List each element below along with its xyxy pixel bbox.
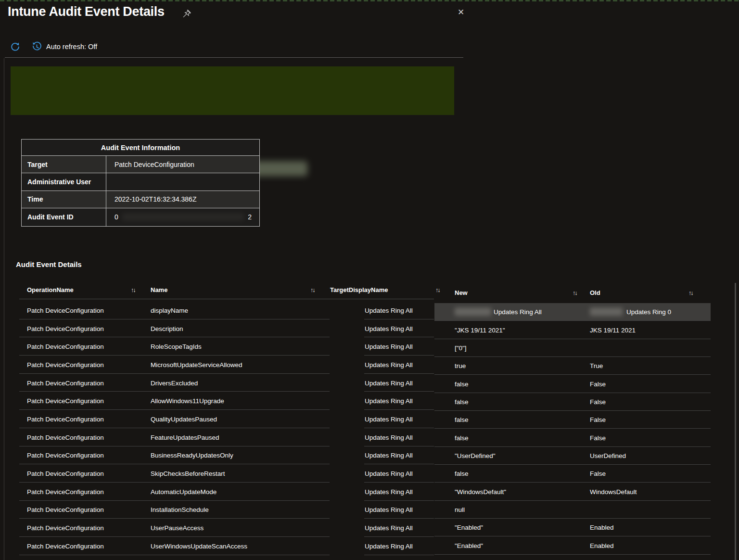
table-row-new-old[interactable]: null	[434, 501, 711, 519]
cell-old: Enabled	[590, 542, 614, 549]
cell-old: False	[590, 380, 606, 387]
cell-new: "UserDefined"	[455, 452, 496, 459]
cell-operationname: Patch DeviceConfiguration	[27, 433, 104, 441]
cell-old: JKS 19/11 2021	[590, 326, 636, 333]
cell-new-text: "Enabled"	[455, 542, 483, 549]
table-row[interactable]: Patch DeviceConfigurationUserPauseAccess…	[19, 519, 434, 537]
info-row-label: Time	[22, 191, 106, 208]
cell-operationname: Patch DeviceConfiguration	[27, 379, 104, 386]
cell-operationname: Patch DeviceConfiguration	[27, 506, 104, 513]
cell-targetdisplayname: Updates Ring All	[365, 470, 413, 477]
cell-old-text: JKS 19/11 2021	[590, 326, 636, 333]
cell-targetdisplayname: Updates Ring All	[365, 542, 413, 549]
cell-new: false	[455, 416, 469, 423]
pane-left-border	[4, 58, 4, 560]
cell-targetdisplayname: Updates Ring All	[365, 306, 413, 314]
cell-new-text: false	[455, 380, 469, 387]
cell-old-text: False	[590, 416, 606, 423]
cell-name: UserWindowsUpdateScanAccess	[151, 542, 247, 549]
cell-old-text: True	[590, 362, 603, 369]
table-row-new-old[interactable]: "WindowsDefault"WindowsDefault	[434, 483, 711, 500]
table-row-new-old[interactable]: falseFalse	[434, 375, 711, 393]
cell-operationname: Patch DeviceConfiguration	[27, 470, 104, 477]
table-row-new-old[interactable]: "Enabled"Enabled	[434, 536, 711, 554]
cell-new-text: ["0"]	[455, 344, 467, 351]
cell-operationname: Patch DeviceConfiguration	[27, 343, 104, 350]
cell-new: "WindowsDefault"	[455, 488, 506, 495]
sort-icon-targetdisplayname[interactable]: ↑↓	[435, 287, 440, 293]
table-row-new-old[interactable]: "JKS 19/11 2021"JKS 19/11 2021	[434, 321, 711, 339]
table-row[interactable]: Patch DeviceConfigurationdisplayNameUpda…	[19, 301, 434, 319]
cell-targetdisplayname: Updates Ring All	[365, 397, 413, 405]
table-row-new-old[interactable]: falseFalse	[434, 411, 711, 429]
cell-name: AutomaticUpdateMode	[151, 488, 217, 495]
cell-new: false	[455, 434, 469, 441]
cell-name: UserPauseAccess	[151, 524, 204, 532]
cell-targetdisplayname: Updates Ring All	[365, 524, 413, 532]
cell-name: QualityUpdatesPaused	[151, 415, 217, 422]
table-row[interactable]: Patch DeviceConfigurationInstallationSch…	[19, 501, 434, 519]
cell-new-text: false	[455, 434, 469, 441]
cell-old: Updates Ring 0	[590, 308, 671, 316]
column-header-name[interactable]: Name	[151, 286, 167, 293]
auto-refresh-label: Auto refresh: Off	[46, 43, 97, 51]
cell-operationname: Patch DeviceConfiguration	[27, 488, 104, 495]
table-row-new-old[interactable]: "UserDefined"UserDefined	[434, 447, 711, 465]
table-row-new-old[interactable]: falseFalse	[434, 393, 711, 411]
sort-icon-name[interactable]: ↑↓	[310, 287, 315, 293]
column-header-new[interactable]: New	[455, 289, 468, 296]
cell-targetdisplayname: Updates Ring All	[365, 415, 413, 422]
grid-header-divider	[19, 299, 434, 299]
cell-new-text: Updates Ring All	[494, 308, 542, 316]
table-row[interactable]: Patch DeviceConfigurationDriversExcluded…	[19, 374, 434, 392]
cell-old-text: False	[590, 398, 606, 405]
table-row[interactable]: Patch DeviceConfigurationUserWindowsUpda…	[19, 537, 434, 555]
cell-operationname: Patch DeviceConfiguration	[27, 452, 104, 459]
column-header-old[interactable]: Old	[590, 289, 600, 296]
cell-old-text: WindowsDefault	[590, 488, 637, 495]
table-row[interactable]: Patch DeviceConfigurationBusinessReadyUp…	[19, 446, 434, 465]
pin-icon[interactable]	[181, 9, 192, 19]
cell-operationname: Patch DeviceConfiguration	[27, 325, 104, 332]
refresh-icon[interactable]	[10, 41, 21, 52]
column-header-targetdisplayname[interactable]: TargetDisplayName	[330, 286, 388, 293]
vertical-scrollbar[interactable]	[735, 283, 736, 560]
table-row-new-old[interactable]: falseFalse	[434, 465, 711, 483]
close-icon[interactable]: ✕	[455, 7, 467, 18]
info-row-label: Target	[22, 156, 106, 173]
page-title: Intune Audit Event Details	[8, 4, 165, 19]
table-row[interactable]: Patch DeviceConfigurationDescriptionUpda…	[19, 319, 434, 338]
redacted-new-prefix	[455, 308, 491, 316]
table-row[interactable]: Patch DeviceConfigurationQualityUpdatesP…	[19, 410, 434, 428]
cell-new-text: null	[455, 506, 465, 513]
table-row[interactable]: Patch DeviceConfigurationMicrosoftUpdate…	[19, 356, 434, 374]
sort-icon-operationname[interactable]: ↑↓	[131, 287, 135, 293]
table-row[interactable]: Patch DeviceConfigurationSkipChecksBefor…	[19, 464, 434, 483]
sort-icon-new[interactable]: ↑↓	[573, 290, 577, 296]
cell-old: Enabled	[590, 524, 614, 531]
cell-operationname: Patch DeviceConfiguration	[27, 361, 104, 368]
table-row[interactable]: Patch DeviceConfigurationAutomaticUpdate…	[19, 483, 434, 501]
cell-operationname: Patch DeviceConfiguration	[27, 542, 104, 549]
cell-new-text: "JKS 19/11 2021"	[455, 326, 505, 333]
cell-old: False	[590, 416, 606, 423]
info-table-row: Administrative User	[22, 173, 259, 191]
table-row-new-old[interactable]: falseFalse	[434, 429, 711, 446]
table-row-new-old[interactable]: trueTrue	[434, 357, 711, 375]
auto-refresh-toggle[interactable]: Auto refresh: Off	[31, 41, 97, 52]
table-row[interactable]: Patch DeviceConfigurationFeatureUpdatesP…	[19, 428, 434, 446]
cell-old-text: Updates Ring 0	[626, 308, 671, 316]
table-row-new-old[interactable]: ["0"]	[434, 339, 711, 357]
cell-targetdisplayname: Updates Ring All	[365, 433, 413, 441]
table-row-new-old[interactable]: Updates Ring AllUpdates Ring 0	[434, 303, 711, 321]
cell-old: False	[590, 470, 606, 477]
cell-name: displayName	[151, 306, 188, 314]
cell-name: BusinessReadyUpdatesOnly	[151, 452, 233, 459]
sort-icon-old[interactable]: ↑↓	[688, 290, 693, 296]
table-row[interactable]: Patch DeviceConfigurationRoleScopeTagIds…	[19, 337, 434, 356]
table-row[interactable]: Patch DeviceConfigurationAllowWindows11U…	[19, 392, 434, 410]
cell-targetdisplayname: Updates Ring All	[365, 452, 413, 459]
info-row-value: Patch DeviceConfiguration	[106, 156, 259, 173]
column-header-operationname[interactable]: OperationName	[27, 286, 74, 293]
table-row-new-old[interactable]: "Enabled"Enabled	[434, 519, 711, 536]
